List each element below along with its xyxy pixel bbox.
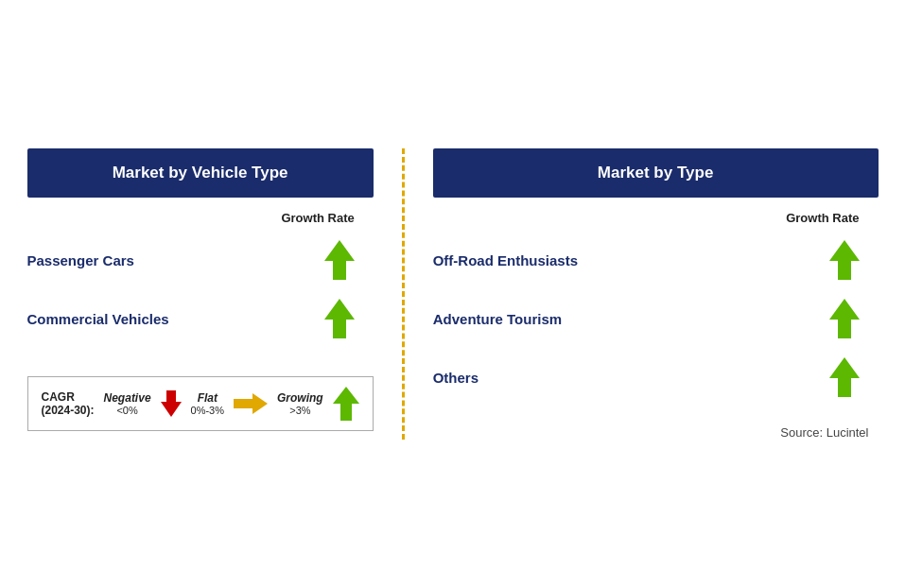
main-container: Market by Vehicle Type Growth Rate Passe… <box>27 148 879 440</box>
left-panel-header: Market by Vehicle Type <box>27 148 374 198</box>
adventure-tourism-arrow-up-icon <box>829 299 860 338</box>
negative-arrow-down-icon <box>161 390 182 417</box>
left-panel: Market by Vehicle Type Growth Rate Passe… <box>27 148 374 431</box>
off-road-label: Off-Road Enthusiasts <box>433 252 578 268</box>
passenger-cars-label: Passenger Cars <box>27 252 134 268</box>
others-arrow-up-icon <box>829 357 860 397</box>
flat-title: Flat <box>198 391 218 405</box>
negative-title: Negative <box>104 391 151 405</box>
right-growth-rate-label: Growth Rate <box>433 198 879 231</box>
table-row: Others <box>433 348 879 406</box>
right-panel-header: Market by Type <box>433 148 879 198</box>
adventure-tourism-label: Adventure Tourism <box>433 311 562 327</box>
legend-flat: Flat 0%-3% <box>191 391 224 416</box>
growing-arrow-up-icon <box>333 387 359 421</box>
legend-negative: Negative <0% <box>104 391 151 416</box>
off-road-arrow-up-icon <box>829 240 860 280</box>
vehicle-type-panel: Market by Vehicle Type Growth Rate Passe… <box>27 148 374 348</box>
flat-arrow-right-icon <box>234 393 268 414</box>
table-row: Commercial Vehicles <box>27 289 374 348</box>
table-row: Off-Road Enthusiasts <box>433 231 879 289</box>
dashed-divider <box>402 148 405 440</box>
legend-box: CAGR(2024-30): Negative <0% Flat 0%-3% G… <box>27 376 374 431</box>
legend-growing: Growing >3% <box>277 391 323 416</box>
source-text: Source: Lucintel <box>433 406 879 440</box>
right-panel: Market by Type Growth Rate Off-Road Enth… <box>433 148 879 440</box>
passenger-cars-arrow-up-icon <box>324 240 355 280</box>
type-panel: Market by Type Growth Rate Off-Road Enth… <box>433 148 879 406</box>
others-label: Others <box>433 370 479 386</box>
commercial-vehicles-label: Commercial Vehicles <box>27 311 169 327</box>
cagr-label: CAGR(2024-30): <box>42 390 95 417</box>
left-growth-rate-label: Growth Rate <box>27 198 374 231</box>
commercial-vehicles-arrow-up-icon <box>324 299 355 338</box>
table-row: Passenger Cars <box>27 231 374 289</box>
table-row: Adventure Tourism <box>433 289 879 348</box>
negative-value: <0% <box>116 405 137 416</box>
flat-value: 0%-3% <box>191 405 224 416</box>
growing-title: Growing <box>277 391 323 405</box>
growing-value: >3% <box>289 405 310 416</box>
